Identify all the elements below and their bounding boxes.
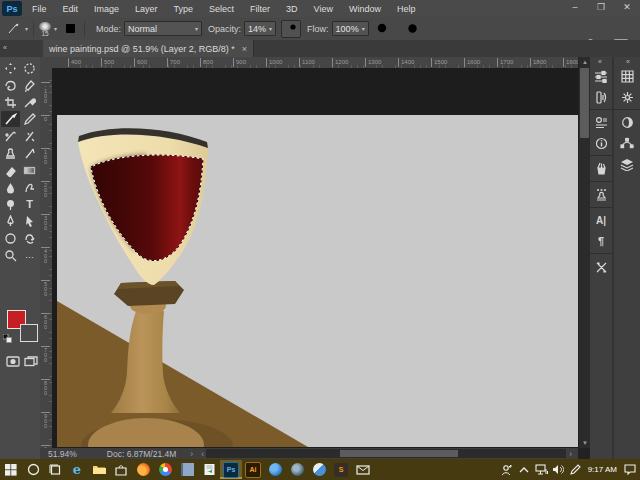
- chevron-down-icon[interactable]: ▾: [25, 25, 28, 32]
- start-button[interactable]: [0, 460, 22, 479]
- illustrator-taskbar-icon[interactable]: Ai: [242, 460, 264, 479]
- store-icon[interactable]: [110, 460, 132, 479]
- smoothing-button[interactable]: [404, 21, 422, 37]
- sublime-text-icon[interactable]: S: [330, 460, 352, 479]
- menu-item-edit[interactable]: Edit: [55, 4, 87, 14]
- rotate-view-tool[interactable]: [20, 230, 39, 246]
- windows-ink-icon[interactable]: [567, 460, 584, 479]
- menu-item-help[interactable]: Help: [389, 4, 424, 14]
- app-globe-icon[interactable]: [286, 460, 308, 479]
- pressure-opacity-button[interactable]: [281, 20, 301, 38]
- character-panel-icon[interactable]: A|: [591, 210, 611, 230]
- horizontal-scrollbar[interactable]: [206, 449, 566, 458]
- eyedropper-tool[interactable]: [20, 94, 39, 110]
- zoom-tool[interactable]: [1, 247, 20, 263]
- gradient-tool[interactable]: [20, 162, 39, 178]
- mode-select[interactable]: Normal ▾: [124, 21, 202, 36]
- clone-stamp-tool[interactable]: [1, 145, 20, 161]
- type-tool[interactable]: T: [20, 196, 39, 212]
- measurement-tools-panel-icon[interactable]: [591, 257, 611, 277]
- ellipse-shape-tool[interactable]: [1, 230, 20, 246]
- airbrush-button[interactable]: [374, 21, 392, 37]
- horizontal-scroll-thumb[interactable]: [340, 450, 458, 457]
- chrome-icon[interactable]: [154, 460, 176, 479]
- clone-source-panel-icon[interactable]: [591, 184, 611, 204]
- menu-item-filter[interactable]: Filter: [242, 4, 278, 14]
- menu-item-image[interactable]: Image: [86, 4, 127, 14]
- default-colors-icon[interactable]: [3, 329, 12, 338]
- cortana-icon[interactable]: [22, 460, 44, 479]
- document-canvas[interactable]: [57, 115, 578, 447]
- photoshop-logo-icon[interactable]: Ps: [2, 1, 22, 16]
- dodge-tool[interactable]: [1, 196, 20, 212]
- people-icon[interactable]: [499, 460, 516, 479]
- hidden-icons-chevron[interactable]: [516, 460, 533, 479]
- layers-panel-icon[interactable]: [617, 154, 637, 174]
- photoshop-taskbar-icon[interactable]: Ps: [220, 460, 242, 479]
- history-brush-tool[interactable]: [20, 145, 39, 161]
- move-tool[interactable]: [1, 60, 20, 76]
- paths-panel-icon[interactable]: [617, 133, 637, 153]
- menu-item-window[interactable]: Window: [341, 4, 389, 14]
- quick-mask-button[interactable]: [3, 353, 22, 369]
- document-tab[interactable]: wine painting.psd @ 51.9% (Layer 2, RGB/…: [43, 40, 254, 57]
- menu-item-layer[interactable]: Layer: [127, 4, 166, 14]
- clock[interactable]: 9:17 AM: [588, 465, 617, 474]
- minimize-button[interactable]: –: [562, 0, 588, 16]
- restore-button[interactable]: ❐: [588, 0, 614, 16]
- brushes-panel-icon[interactable]: [591, 158, 611, 178]
- brush-settings-panel-icon[interactable]: [591, 66, 611, 86]
- color-replacement-tool[interactable]: [1, 128, 20, 144]
- close-button[interactable]: ✕: [614, 0, 640, 16]
- canvas-viewport[interactable]: [52, 68, 578, 448]
- tool-presets-panel-icon[interactable]: [591, 87, 611, 107]
- color-wheel-panel-icon[interactable]: [617, 87, 637, 107]
- network-icon[interactable]: [533, 460, 550, 479]
- mixer-brush-tool[interactable]: [20, 128, 39, 144]
- menu-item-view[interactable]: View: [306, 4, 341, 14]
- brush-tool-selected[interactable]: [1, 111, 20, 127]
- task-view-icon[interactable]: [44, 460, 66, 479]
- edge-icon[interactable]: e: [66, 460, 88, 479]
- info-panel-icon[interactable]: [591, 133, 611, 153]
- scroll-left-icon[interactable]: ‹: [201, 449, 204, 459]
- notebook-app-icon[interactable]: [176, 460, 198, 479]
- layer-comps-panel-icon[interactable]: [591, 112, 611, 132]
- eraser-tool[interactable]: [1, 162, 20, 178]
- swatches-panel-icon[interactable]: [617, 66, 637, 86]
- tab-close-icon[interactable]: ×: [242, 44, 247, 54]
- blur-tool[interactable]: [1, 179, 20, 195]
- panel-collapse-icon[interactable]: «: [598, 58, 603, 65]
- pen-tool[interactable]: [1, 213, 20, 229]
- pencil-tool[interactable]: [20, 111, 39, 127]
- file-explorer-icon[interactable]: [88, 460, 110, 479]
- screen-mode-button[interactable]: [21, 353, 40, 369]
- firefox-icon[interactable]: [132, 460, 154, 479]
- paragraph-panel-icon[interactable]: ¶: [591, 231, 611, 251]
- crop-tool[interactable]: [1, 94, 20, 110]
- lasso-tool[interactable]: [1, 77, 20, 93]
- menu-item-type[interactable]: Type: [166, 4, 202, 14]
- chevron-down-icon[interactable]: ▾: [54, 25, 57, 32]
- toggle-brush-panel-button[interactable]: [61, 21, 79, 37]
- quick-selection-tool[interactable]: [20, 77, 39, 93]
- edit-toolbar-icon[interactable]: …: [20, 247, 39, 263]
- scroll-right-icon[interactable]: ›: [569, 449, 572, 459]
- elliptical-marquee-tool[interactable]: [20, 60, 39, 76]
- action-center-icon[interactable]: [621, 460, 638, 479]
- panel-collapse-icon[interactable]: «: [626, 58, 631, 65]
- menu-item-file[interactable]: File: [24, 4, 55, 14]
- brush-preset-picker[interactable]: 15: [39, 22, 51, 36]
- toolbar-collapse-icon[interactable]: «: [3, 44, 8, 51]
- brush-tool-icon[interactable]: [4, 21, 22, 37]
- smudge-tool[interactable]: [20, 179, 39, 195]
- styles-panel-icon[interactable]: [617, 112, 637, 132]
- app-sphere-icon[interactable]: [308, 460, 330, 479]
- vertical-scroll-thumb[interactable]: [580, 68, 589, 138]
- menu-item-3d[interactable]: 3D: [278, 4, 306, 14]
- flow-select[interactable]: 100% ▾: [332, 21, 369, 36]
- opacity-select[interactable]: 14% ▾: [244, 21, 276, 36]
- background-color-swatch[interactable]: [20, 324, 38, 342]
- app-blue-icon[interactable]: [264, 460, 286, 479]
- mail-icon[interactable]: [352, 460, 374, 479]
